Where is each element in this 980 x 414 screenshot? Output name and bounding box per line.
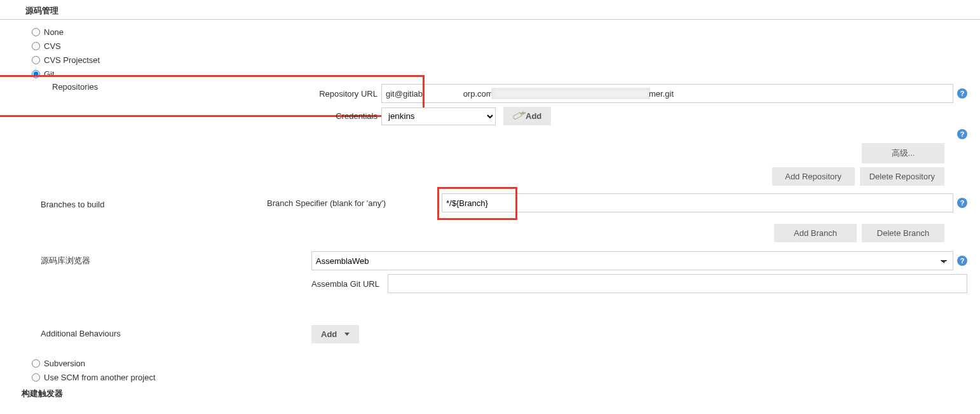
- chevron-down-icon: [344, 333, 350, 336]
- help-icon[interactable]: ?: [957, 129, 967, 139]
- add-credentials-button[interactable]: Add: [503, 107, 551, 125]
- key-icon: [512, 112, 522, 120]
- repo-url-part2: orp.com: [463, 89, 493, 99]
- add-behaviour-label: Add: [321, 329, 337, 339]
- repo-browser-select[interactable]: AssemblaWeb: [311, 251, 953, 270]
- scm-option-cvs-projectset[interactable]: CVS Projectset: [32, 53, 980, 67]
- repository-url-label: Repository URL: [267, 89, 381, 99]
- advanced-label: 高级...: [892, 148, 915, 159]
- delete-repository-button[interactable]: Delete Repository: [860, 167, 944, 186]
- help-icon[interactable]: ?: [957, 198, 967, 208]
- scm-option-none[interactable]: None: [32, 25, 980, 39]
- radio-cvs[interactable]: [32, 42, 40, 50]
- scm-option-subversion-label: Subversion: [44, 359, 85, 368]
- scm-option-cvs-projectset-label: CVS Projectset: [44, 55, 100, 65]
- branch-specifier-input[interactable]: [442, 193, 953, 212]
- scm-option-git[interactable]: Git: [32, 67, 980, 81]
- build-triggers-header: 构建触发器: [0, 384, 980, 399]
- radio-subversion[interactable]: [32, 359, 40, 368]
- radio-cvs-projectset[interactable]: [32, 56, 40, 64]
- scm-radio-list: None CVS CVS Projectset Git: [0, 25, 980, 81]
- radio-use-scm-from[interactable]: [32, 373, 40, 382]
- add-branch-button[interactable]: Add Branch: [774, 224, 857, 242]
- scm-option-git-label: Git: [44, 69, 55, 79]
- assembla-url-input[interactable]: [388, 274, 967, 293]
- branch-specifier-label: Branch Specifier (blank for 'any'): [267, 198, 442, 208]
- redacted-overlay: [491, 88, 650, 99]
- repository-url-input[interactable]: git@gitlab. orp.com mer.git: [381, 84, 953, 103]
- credentials-row: Credentials jenkins Add: [267, 107, 967, 125]
- scm-option-use-scm-from-label: Use SCM from another project: [44, 373, 156, 382]
- repo-url-part1: git@gitlab.: [386, 89, 425, 99]
- repo-url-part3: mer.git: [649, 89, 674, 99]
- help-icon[interactable]: ?: [957, 256, 967, 266]
- advanced-button[interactable]: 高级...: [862, 143, 944, 163]
- scm-option-none-label: None: [44, 27, 64, 37]
- branch-specifier-row: Branch Specifier (blank for 'any') ?: [267, 193, 967, 212]
- add-repository-button[interactable]: Add Repository: [772, 167, 855, 186]
- add-behaviour-button[interactable]: Add: [311, 325, 359, 343]
- additional-behaviours-label: Additional Behaviours: [41, 329, 121, 338]
- radio-none[interactable]: [32, 28, 40, 36]
- scm-option-use-scm-from[interactable]: Use SCM from another project: [32, 370, 980, 384]
- radio-git[interactable]: [32, 70, 40, 78]
- help-icon[interactable]: ?: [957, 88, 967, 99]
- repository-url-row: Repository URL git@gitlab. orp.com mer.g…: [267, 84, 967, 103]
- delete-branch-button[interactable]: Delete Branch: [862, 224, 944, 242]
- scm-section-header: 源码管理: [0, 0, 980, 20]
- credentials-select[interactable]: jenkins: [381, 107, 496, 125]
- assembla-url-label: Assembla Git URL: [311, 279, 388, 289]
- scm-option-cvs-label: CVS: [44, 41, 61, 51]
- add-credentials-label: Add: [526, 111, 541, 121]
- scm-option-cvs[interactable]: CVS: [32, 39, 980, 53]
- credentials-label: Credentials: [267, 111, 381, 121]
- scm-option-subversion[interactable]: Subversion: [32, 356, 980, 370]
- repo-browser-label: 源码库浏览器: [41, 255, 90, 266]
